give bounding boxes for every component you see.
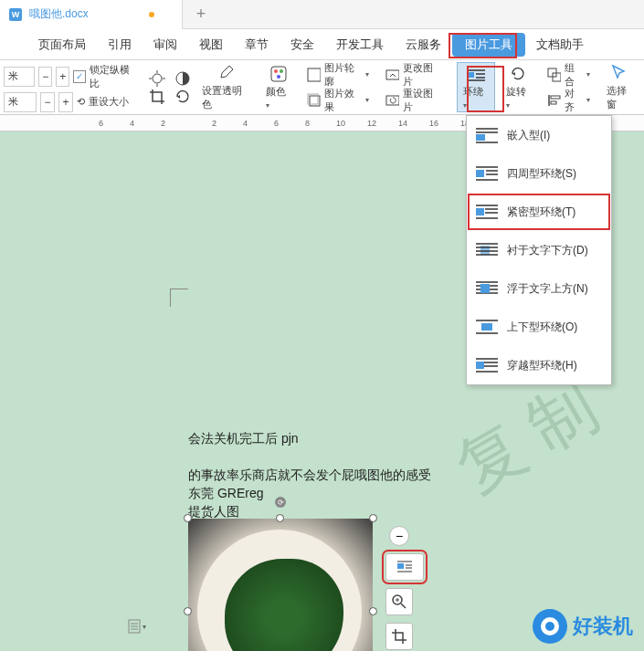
wrap-button[interactable]: 环绕 ▾	[457, 62, 495, 112]
float-zoom-button[interactable]	[385, 588, 413, 615]
outline-icon	[307, 68, 321, 82]
word-doc-icon: W	[9, 8, 22, 21]
combine-icon	[547, 68, 561, 82]
rotate2-icon	[509, 65, 527, 83]
resize-handle-l[interactable]	[184, 607, 192, 615]
lock-aspect-checkbox[interactable]: ✓	[73, 70, 85, 83]
topbottom-wrap-icon	[476, 319, 498, 335]
wrap-dropdown-menu: 嵌入型(I) 四周型环绕(S) 紧密型环绕(T) 衬于文字下方(D) 浮于文字上…	[466, 115, 612, 385]
reset-size-label[interactable]: 重设大小	[89, 95, 129, 109]
reset-pic-icon	[385, 93, 399, 108]
document-tab[interactable]: W 哦图他.docx	[0, 0, 183, 29]
transparent-color-button[interactable]: 设置透明色	[196, 62, 255, 113]
page-margin-corner	[170, 289, 188, 307]
menu-picture-tools[interactable]: 图片工具	[452, 33, 525, 57]
contrast-icon[interactable]	[174, 70, 191, 87]
menu-doc-assistant[interactable]: 文档助手	[525, 29, 595, 60]
svg-line-34	[401, 604, 406, 608]
menu-review[interactable]: 审阅	[143, 29, 188, 60]
menu-view[interactable]: 视图	[188, 29, 234, 60]
svg-rect-47	[476, 134, 485, 141]
reset-size-icon: ⟲	[77, 96, 85, 108]
width-dec[interactable]: −	[40, 92, 55, 112]
wrap-icon	[467, 65, 485, 83]
menu-bar: 页面布局 引用 审阅 视图 章节 安全 开发工具 云服务 图片工具 文档助手	[0, 29, 644, 60]
layout-options-button[interactable]: ▾	[128, 619, 146, 634]
unsaved-indicator	[149, 12, 154, 17]
menu-page-layout[interactable]: 页面布局	[27, 29, 97, 60]
image-float-toolbar: −	[385, 526, 424, 651]
svg-point-10	[277, 75, 280, 79]
title-bar: W 哦图他.docx +	[0, 0, 644, 29]
wrap-option-square[interactable]: 四周型环绕(S)	[467, 154, 611, 193]
svg-rect-68	[480, 284, 490, 293]
wrap-option-through[interactable]: 穿越型环绕(H)	[467, 346, 611, 384]
inline-wrap-icon	[476, 127, 498, 143]
resize-handle-t[interactable]	[276, 514, 284, 522]
doc-paragraph[interactable]: 的事故率乐商店就不会发个屁哦图他的感受	[188, 466, 431, 485]
doc-paragraph[interactable]: 会法关机完工后 pjn	[188, 429, 299, 448]
float-crop-button[interactable]	[385, 623, 413, 650]
svg-rect-14	[386, 70, 399, 79]
resize-handle-tl[interactable]	[184, 514, 192, 522]
rotate-handle[interactable]: ⟳	[275, 497, 286, 508]
crop-icon[interactable]	[149, 89, 165, 105]
eyedropper-icon	[216, 64, 235, 82]
svg-point-9	[280, 69, 283, 73]
change-pic-icon	[385, 68, 399, 82]
brightness-icon[interactable]	[149, 70, 165, 87]
wrap-option-topbottom[interactable]: 上下型环绕(O)	[467, 308, 611, 346]
rotate-icon[interactable]	[174, 89, 191, 105]
align-button[interactable]: 对齐▾	[542, 89, 596, 112]
menu-references[interactable]: 引用	[97, 29, 143, 60]
svg-rect-70	[481, 323, 492, 331]
align-icon	[547, 93, 561, 108]
arrange-group: 组合▾ 对齐▾	[542, 63, 596, 112]
height-inc[interactable]: +	[56, 67, 69, 87]
svg-rect-55	[476, 208, 484, 215]
front-wrap-icon	[476, 280, 498, 297]
menu-devtools[interactable]: 开发工具	[325, 29, 395, 60]
outline-button[interactable]: 图片轮廓▾	[301, 63, 375, 87]
change-group: 更改图片 重设图片	[380, 63, 446, 112]
float-wrap-button[interactable]	[385, 553, 424, 581]
svg-rect-7	[271, 67, 286, 81]
menu-security[interactable]: 安全	[280, 29, 325, 60]
image-placeholder	[188, 519, 373, 651]
width-input[interactable]: 米	[4, 92, 37, 112]
doc-icon	[128, 619, 141, 634]
svg-rect-27	[551, 101, 556, 104]
doc-paragraph[interactable]: 东莞 GREreg	[188, 484, 263, 503]
wrap-option-front[interactable]: 浮于文字上方(N)	[467, 269, 611, 308]
svg-rect-29	[397, 563, 404, 569]
size-group: 米 − + ✓ 锁定纵横比 米 − + ⟲ 重设大小	[4, 63, 136, 112]
wrap-option-behind[interactable]: 衬于文字下方(D)	[467, 231, 611, 269]
width-inc[interactable]: +	[58, 92, 73, 112]
ribbon-toolbar: 米 − + ✓ 锁定纵横比 米 − + ⟲ 重设大小 设置透明色 颜色 ▾	[0, 60, 644, 115]
wrap-option-tight[interactable]: 紧密型环绕(T)	[467, 193, 611, 231]
height-dec[interactable]: −	[38, 67, 52, 87]
svg-rect-73	[476, 362, 484, 369]
new-tab-button[interactable]: +	[183, 5, 219, 24]
resize-handle-tr[interactable]	[369, 514, 377, 522]
reset-pic-button[interactable]: 重设图片	[380, 89, 446, 112]
wrap-option-inline[interactable]: 嵌入型(I)	[467, 116, 611, 154]
effect-icon	[307, 93, 321, 108]
select-pane-button[interactable]: 选择窗	[601, 62, 640, 113]
combine-button[interactable]: 组合▾	[542, 63, 596, 87]
resize-handle-r[interactable]	[369, 607, 377, 615]
menu-cloud[interactable]: 云服务	[395, 29, 452, 60]
color-button[interactable]: 颜色 ▾	[260, 63, 297, 111]
change-pic-button[interactable]: 更改图片	[380, 63, 446, 87]
crop-icon	[391, 628, 407, 645]
effect-button[interactable]: 图片效果▾	[301, 89, 375, 112]
palette-icon	[269, 65, 288, 83]
svg-rect-18	[467, 72, 474, 78]
selected-image[interactable]: ⟳	[188, 519, 373, 651]
float-collapse-button[interactable]: −	[389, 526, 409, 546]
select-pane-icon	[611, 64, 629, 82]
svg-point-0	[153, 74, 162, 83]
height-input[interactable]: 米	[4, 67, 35, 87]
menu-sections[interactable]: 章节	[234, 29, 280, 60]
rotate-button[interactable]: 旋转 ▾	[501, 63, 537, 111]
